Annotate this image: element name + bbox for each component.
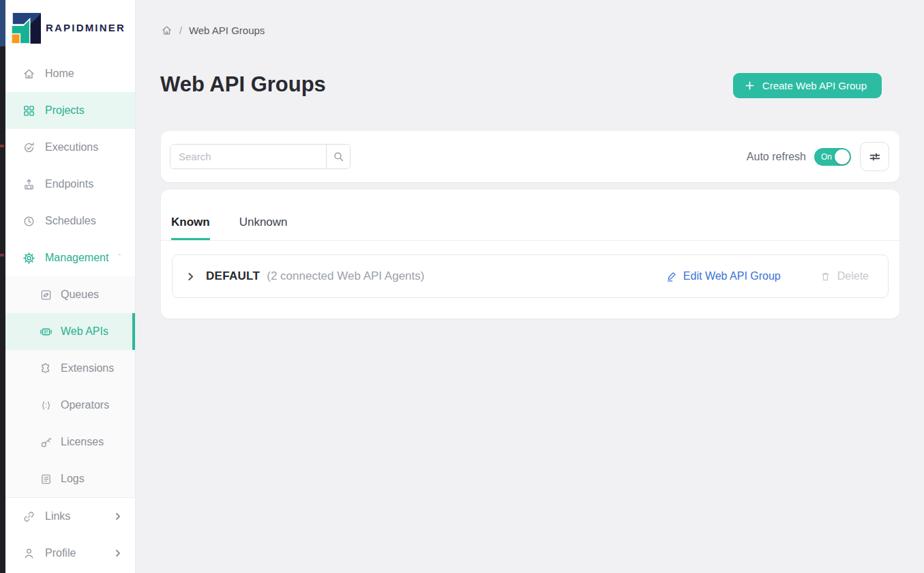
create-button-label: Create Web API Group — [762, 80, 867, 91]
sidebar-item-label: Web APIs — [61, 325, 108, 338]
search-group — [170, 144, 351, 169]
breadcrumb: / Web API Groups — [161, 25, 265, 36]
breadcrumb-separator: / — [179, 25, 182, 36]
toggle-state-label: On — [821, 148, 832, 166]
edit-web-api-group-link[interactable]: Edit Web API Group — [666, 270, 781, 282]
sidebar-item-label: Extensions — [61, 362, 114, 374]
search-input[interactable] — [170, 145, 326, 168]
sidebar-item-label: Licenses — [61, 436, 104, 448]
tabs: Known Unknown — [161, 190, 899, 241]
breadcrumb-home-icon[interactable] — [161, 25, 173, 36]
operators-icon — [40, 399, 53, 412]
sidebar-item-label: Queues — [61, 289, 99, 301]
delete-link-label: Delete — [837, 270, 869, 282]
sidebar-item-label: Endpoints — [45, 178, 93, 190]
brand-logo[interactable]: RAPIDMINER — [5, 0, 135, 55]
sidebar: RAPIDMINER Home Projects Executions Endp… — [5, 0, 136, 573]
sidebar-item-operators[interactable]: Operators — [5, 387, 135, 424]
chevron-right-icon — [113, 548, 123, 558]
logs-icon — [40, 473, 53, 486]
toggle-knob — [835, 149, 850, 164]
sidebar-item-links[interactable]: Links — [5, 498, 135, 535]
auto-refresh-label: Auto refresh — [747, 151, 806, 163]
sidebar-item-queues[interactable]: Queues — [5, 276, 135, 313]
tab-known[interactable]: Known — [171, 216, 210, 240]
executions-icon — [23, 141, 35, 154]
clock-icon — [23, 215, 35, 228]
page-title: Web API Groups — [160, 72, 326, 97]
create-web-api-group-button[interactable]: Create Web API Group — [733, 73, 882, 98]
search-button[interactable] — [327, 145, 350, 168]
plus-icon — [745, 80, 755, 91]
sidebar-item-label: Schedules — [45, 215, 96, 227]
sidebar-item-schedules[interactable]: Schedules — [5, 203, 135, 239]
sidebar-item-licenses[interactable]: Licenses — [5, 424, 135, 460]
sidebar-item-label: Management — [45, 252, 108, 264]
toolbar-card: Auto refresh On — [161, 131, 899, 182]
group-row-default: DEFAULT (2 connected Web API Agents) Edi… — [172, 254, 889, 298]
background-window-edge — [0, 0, 5, 573]
key-icon — [40, 436, 53, 449]
delete-button-disabled[interactable]: Delete — [820, 270, 869, 282]
toolbar-right: Auto refresh On — [747, 142, 889, 171]
sidebar-item-label: Links — [45, 510, 70, 523]
group-agent-count: (2 connected Web API Agents) — [267, 269, 424, 283]
filter-settings-button[interactable] — [860, 142, 889, 171]
puzzle-icon — [40, 362, 53, 375]
sidebar-item-web-apis[interactable]: Web APIs — [5, 313, 135, 350]
queues-icon — [40, 289, 53, 302]
sidebar-item-management[interactable]: Management — [5, 239, 135, 276]
sidebar-item-projects[interactable]: Projects — [5, 92, 135, 129]
trash-icon — [820, 271, 831, 282]
chevron-right-icon — [113, 512, 123, 521]
sidebar-item-label: Operators — [61, 399, 109, 411]
endpoints-icon — [23, 178, 35, 191]
rapidminer-logo-icon — [10, 12, 41, 44]
grid-icon — [23, 104, 35, 117]
group-name: DEFAULT — [206, 269, 260, 283]
auto-refresh-toggle[interactable]: On — [814, 148, 851, 166]
management-submenu: Queues Web APIs Extensions Operators Lic — [5, 276, 135, 497]
gear-icon — [23, 252, 35, 265]
groups-card: Known Unknown DEFAULT (2 connected Web A… — [161, 190, 899, 319]
sidebar-item-label: Executions — [45, 141, 98, 153]
expand-chevron-icon[interactable] — [185, 271, 196, 282]
brand-name: RAPIDMINER — [46, 22, 125, 33]
home-icon — [23, 68, 35, 80]
sidebar-item-executions[interactable]: Executions — [5, 129, 135, 166]
edit-link-label: Edit Web API Group — [683, 270, 781, 282]
chevron-up-icon — [118, 253, 121, 263]
tab-unknown[interactable]: Unknown — [239, 216, 288, 240]
sidebar-item-logs[interactable]: Logs — [5, 460, 135, 497]
pencil-icon — [666, 271, 677, 282]
sidebar-item-label: Home — [45, 68, 74, 80]
sidebar-item-extensions[interactable]: Extensions — [5, 350, 135, 387]
sidebar-item-profile[interactable]: Profile — [5, 535, 135, 572]
sidebar-item-label: Projects — [45, 104, 85, 117]
web-apis-icon — [40, 325, 53, 338]
sidebar-item-label: Profile — [45, 547, 76, 559]
row-actions: Edit Web API Group Delete — [666, 270, 869, 282]
sidebar-item-label: Logs — [61, 473, 85, 485]
person-icon — [23, 547, 35, 560]
sidebar-item-home[interactable]: Home — [5, 55, 135, 92]
breadcrumb-current: Web API Groups — [189, 25, 265, 36]
sidebar-item-endpoints[interactable]: Endpoints — [5, 166, 135, 203]
tab-label: Known — [171, 216, 210, 229]
sliders-icon — [868, 150, 882, 164]
link-icon — [23, 510, 35, 523]
search-icon — [333, 151, 344, 162]
main-content: / Web API Groups Web API Groups Create W… — [136, 0, 924, 573]
tab-label: Unknown — [239, 216, 288, 229]
